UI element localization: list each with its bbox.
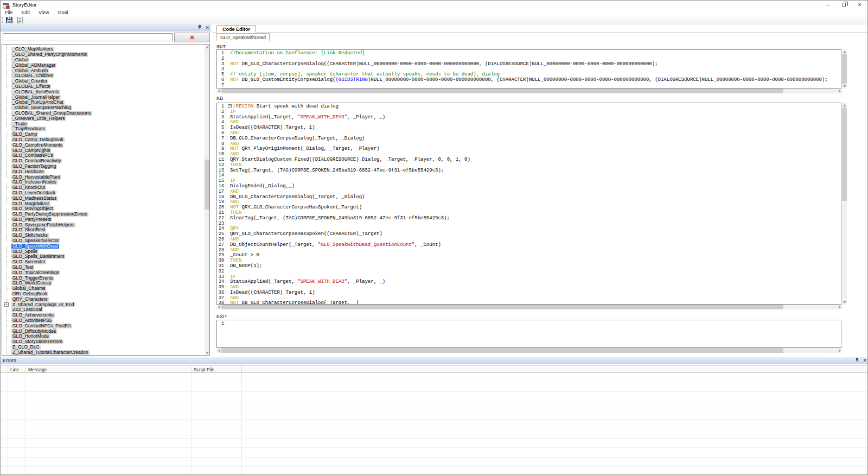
goal-tree-item[interactable]: _GLO_Shared_PartyOriginMoments [2,52,205,58]
errors-column-header-message[interactable]: Message [26,366,192,373]
scroll-down-icon[interactable] [842,300,847,305]
errors-empty-row [1,382,868,391]
goal-tree-item[interactable]: _GLOBAL_ItemEvents [2,89,205,94]
scrollbar-thumb[interactable] [221,305,783,309]
window-title: StoryEditor [12,2,37,8]
errors-cell [26,410,192,419]
goal-tree-item-label: _GLOBAL_Effects [11,84,51,89]
tab-code-editor[interactable]: Code Editor [216,25,256,33]
menu-item-view[interactable]: View [34,10,53,15]
goal-tree-item[interactable]: GLO_LeverOnAttack [2,191,205,196]
scroll-right-icon[interactable] [837,305,842,309]
goal-tree-item[interactable]: GLO_SpeakerSelector [2,238,205,244]
code-line: 27DB_ObjectCountHelper(_Target, "GLO_Spe… [217,243,841,248]
init-vertical-scrollbar[interactable] [842,49,847,88]
goal-tree-item[interactable]: _GLOBAL_Shared_GroupDiscussions [2,111,205,116]
clear-search-icon: ✕ [189,35,194,40]
scroll-up-icon[interactable] [205,45,209,49]
code-area-init[interactable]: 1//Documentation on Confluence: [Link Re… [216,49,841,88]
restore-button[interactable] [836,1,852,9]
goal-tree-item[interactable]: Z_Shared_TutorialCharacterCreation [2,350,205,355]
code-area-kb[interactable]: 1//REGION Start speak with dead dialog2I… [216,103,841,305]
tree-branch-line [7,92,11,92]
expand-icon[interactable]: + [4,302,9,307]
errors-cell [192,420,242,429]
tree-branch-line [7,124,11,124]
tree-scrollbar-thumb[interactable] [205,160,209,210]
code-editor-panel: Code Editor GLO_SpeakWithDead INIT1//Doc… [212,24,868,357]
tree-branch-line [7,49,11,49]
pin-icon[interactable] [197,24,202,32]
exit-horizontal-scrollbar[interactable] [216,348,842,353]
goal-tree-item-label: _Greevers_Little_Helpers [11,116,66,121]
goal-tree-item-label: GLO_CombatNPCs [11,153,54,158]
close-panel-icon[interactable]: ✕ [863,357,867,364]
goal-search-input[interactable] [3,33,173,41]
goal-tree-item[interactable]: GLO_Camp_Debugbook [2,137,205,143]
scrollbar-thumb[interactable] [842,107,847,201]
errors-cell [26,439,192,447]
close-button[interactable]: ✕ [852,1,867,9]
goal-tree-item[interactable]: GLO_Hardcore [2,169,205,174]
goal-tree-item[interactable]: _Greevers_Little_Helpers [2,116,205,121]
scroll-down-icon[interactable] [205,350,209,355]
tree-branch-line [7,267,11,268]
goal-tree-item[interactable]: GLO_ActivitiesPS5 [2,318,205,324]
goal-tree-item[interactable]: GLO_SpeakWithDead [2,243,205,249]
scrollbar-thumb[interactable] [842,54,847,84]
scroll-right-icon[interactable] [837,348,842,353]
tree-vertical-scrollbar[interactable] [205,45,209,355]
scroll-up-icon[interactable] [842,49,847,54]
minimize-button[interactable]: – [820,1,836,9]
pin-icon[interactable] [855,357,859,365]
scroll-right-icon[interactable] [837,88,842,93]
errors-header-row: LineMessageScript File [1,365,868,373]
kb-vertical-scrollbar[interactable] [842,103,847,305]
scrollbar-thumb[interactable] [221,348,783,353]
scroll-up-icon[interactable] [842,103,847,107]
menu-item-file[interactable]: File [1,10,17,15]
goal-tree-item[interactable]: _GLOBAL_Effects [2,84,205,90]
tree-branch-line [7,262,11,262]
goal-tree-item[interactable]: QRY_Characters [2,296,205,302]
goal-tree-item[interactable]: GLO_FactionTagging [2,164,205,169]
menu-item-edit[interactable]: Edit [17,10,35,15]
errors-cell [26,401,192,410]
goal-tree-item[interactable]: GLO_Test [2,265,205,270]
clear-search-button[interactable]: ✕ [174,33,210,42]
scroll-left-icon[interactable] [216,88,221,93]
goal-tree-item[interactable]: GLO_TopicalGreetings [2,270,205,275]
goal-tree-item[interactable]: GLO_PartyPresets [2,217,205,223]
goal-tree-item-label: GLO_Surrender [11,259,46,264]
tree-branch-line [7,107,11,108]
goal-tree-item[interactable]: _Global [2,58,205,63]
menu-item-goal[interactable]: Goal [53,10,72,15]
errors-column-header-script-file[interactable]: Script File [192,366,242,373]
code-area-exit[interactable]: 1 [216,320,841,348]
collapse-region-icon[interactable]: − [228,104,232,108]
goal-tree-item[interactable]: GLO_CampfireMoments [2,142,205,148]
init-horizontal-scrollbar[interactable] [216,88,842,93]
goal-tree[interactable]: _GLO_MapMarkers_GLO_Shared_PartyOriginMo… [2,44,210,356]
tree-branch-line [7,97,11,98]
scroll-down-icon[interactable] [842,84,847,88]
tab-document[interactable]: GLO_SpeakWithDead [216,33,270,41]
close-panel-icon[interactable]: ✕ [205,24,209,31]
errors-column-header-line[interactable]: Line [8,366,26,373]
generate-definitions-button[interactable] [15,16,24,24]
goal-tree-item[interactable]: GLO_MadnessStatus [2,195,205,201]
goal-tree-item[interactable]: Z_GLO_DLC [2,345,205,350]
goal-tree-item[interactable]: GLO_CombatNPCs_PostEA [2,323,205,328]
section-label-kb: KB [216,96,223,101]
errors-empty-row [1,448,868,457]
scroll-left-icon[interactable] [216,305,221,309]
kb-horizontal-scrollbar[interactable] [216,305,842,309]
scrollbar-thumb[interactable] [221,88,783,93]
tree-branch-line [7,246,11,246]
goal-tree-item[interactable]: _Global_ADManager [2,62,205,68]
goal-tree-item[interactable]: ORI_DebugBook [2,292,205,297]
code-line: 30THEN [217,258,841,264]
scroll-left-icon[interactable] [216,348,221,353]
goal-tree-item-label: GLO_FactionTagging [11,164,57,169]
save-button[interactable] [5,16,14,24]
